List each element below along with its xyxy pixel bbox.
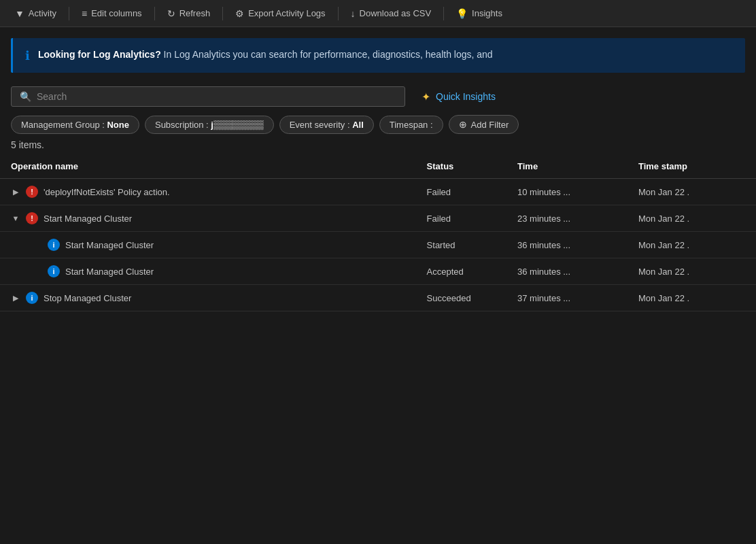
status-cell: Succeeded [416,285,506,311]
severity-badge-error: ! [26,186,38,198]
toolbar-download-csv-label: Download as CSV [360,8,432,18]
col-header-status[interactable]: Status [416,154,506,179]
add-filter-icon: ⊕ [459,119,467,130]
filter-management-group[interactable]: Management Group : None [11,116,139,134]
time-cell: 36 minutes ... [506,232,628,258]
col-header-timestamp[interactable]: Time stamp [628,154,756,179]
search-input[interactable] [37,91,396,102]
toolbar-edit-columns[interactable]: ≡ Edit columns [75,4,149,23]
quick-insights-label: Quick Insights [436,91,496,102]
items-count: 5 items. [11,139,745,150]
activity-table: Operation name Status Time Time stamp ▶!… [0,154,756,311]
toolbar-export[interactable]: ⚙ Export Activity Logs [228,4,332,23]
toolbar-divider-2 [154,7,155,20]
table-row[interactable]: iStart Managed ClusterAccepted36 minutes… [0,258,756,285]
timestamp-cell: Mon Jan 22 . [628,205,756,232]
banner-text: Looking for Log Analytics? In Log Analyt… [38,48,493,62]
status-cell: Failed [416,179,506,205]
refresh-icon: ↻ [167,8,175,19]
filter-subscription-label: Subscription : [155,120,211,130]
filter-event-severity-label: Event severity : [290,120,352,130]
search-row: 🔍 ✦ Quick Insights [11,86,745,107]
toolbar-download-csv[interactable]: ↓ Download as CSV [344,4,439,23]
toolbar-refresh-label: Refresh [179,8,211,18]
timestamp-cell: Mon Jan 22 . [628,232,756,258]
toolbar-divider-5 [443,7,444,20]
info-banner: ℹ Looking for Log Analytics? In Log Anal… [11,38,745,73]
expand-icon[interactable]: ▶ [11,188,20,197]
severity-badge-info: i [48,239,60,251]
table-row[interactable]: ▼!Start Managed ClusterFailed23 minutes … [0,205,756,232]
gear-icon: ⚙ [235,8,244,19]
filter-event-severity[interactable]: Event severity : All [279,116,374,134]
add-filter-label: Add Filter [471,120,509,130]
download-icon: ↓ [351,8,356,19]
status-cell: Started [416,232,506,258]
search-box[interactable]: 🔍 [11,86,405,107]
op-name-cell-4: iStart Managed Cluster [33,265,405,277]
toolbar-activity-label: Activity [29,8,56,18]
toolbar-refresh[interactable]: ↻ Refresh [160,4,218,23]
status-cell: Accepted [416,258,506,285]
table-row[interactable]: ▶!'deployIfNotExists' Policy action.Fail… [0,179,756,205]
filter-subscription-value: j▒▒▒▒▒▒▒▒ [211,120,263,130]
toolbar-edit-columns-label: Edit columns [91,8,141,18]
list-icon: ≡ [82,8,87,19]
table-header-row: Operation name Status Time Time stamp [0,154,756,179]
toolbar-divider-3 [222,7,223,20]
status-cell: Failed [416,205,506,232]
table-row[interactable]: iStart Managed ClusterStarted36 minutes … [0,232,756,258]
operation-name-text: 'deployIfNotExists' Policy action. [44,187,170,197]
table-container: Operation name Status Time Time stamp ▶!… [0,154,756,311]
bulb-icon: 💡 [456,8,468,19]
toolbar-divider-4 [338,7,339,20]
chevron-down-icon: ▼ [15,8,24,19]
operation-name-text: Start Managed Cluster [65,267,154,277]
info-icon: ℹ [25,48,30,63]
search-icon: 🔍 [20,91,31,102]
toolbar: ▼ Activity ≡ Edit columns ↻ Refresh ⚙ Ex… [0,0,756,27]
time-cell: 23 minutes ... [506,205,628,232]
op-name-cell-5: ▶iStop Managed Cluster [11,292,405,304]
toolbar-insights[interactable]: 💡 Insights [449,4,509,23]
filter-event-severity-value: All [352,120,364,130]
filter-management-group-value: None [107,120,129,130]
toolbar-insights-label: Insights [472,8,502,18]
timestamp-cell: Mon Jan 22 . [628,258,756,285]
severity-badge-info: i [26,292,38,304]
time-cell: 37 minutes ... [506,285,628,311]
table-row[interactable]: ▶iStop Managed ClusterSucceeded37 minute… [0,285,756,311]
op-name-cell-1: ▶!'deployIfNotExists' Policy action. [11,186,405,198]
severity-badge-error: ! [26,212,38,224]
filter-management-group-label: Management Group : [21,120,107,130]
op-name-cell-2: ▼!Start Managed Cluster [11,212,405,224]
quick-insights-icon: ✦ [422,90,430,103]
filter-timespan-label: Timespan : [390,120,433,130]
op-name-cell-3: iStart Managed Cluster [33,239,405,251]
timestamp-cell: Mon Jan 22 . [628,179,756,205]
operation-name-text: Start Managed Cluster [65,240,154,250]
col-header-operation-name[interactable]: Operation name [0,154,416,179]
time-cell: 36 minutes ... [506,258,628,285]
banner-bold-text: Looking for Log Analytics? [38,49,161,60]
toolbar-activity[interactable]: ▼ Activity [8,4,63,23]
operation-name-text: Start Managed Cluster [44,214,132,224]
operation-name-text: Stop Managed Cluster [44,293,131,303]
expand-icon[interactable]: ▶ [11,294,20,303]
col-header-time[interactable]: Time [506,154,628,179]
add-filter-button[interactable]: ⊕ Add Filter [449,115,519,134]
severity-badge-info: i [48,265,60,277]
time-cell: 10 minutes ... [506,179,628,205]
quick-insights-button[interactable]: ✦ Quick Insights [422,90,496,103]
timestamp-cell: Mon Jan 22 . [628,285,756,311]
filter-subscription[interactable]: Subscription : j▒▒▒▒▒▒▒▒ [145,116,274,134]
toolbar-divider-1 [69,7,69,20]
toolbar-export-label: Export Activity Logs [248,8,325,18]
collapse-icon[interactable]: ▼ [11,214,20,222]
filter-timespan[interactable]: Timespan : [379,116,443,134]
filters-row: Management Group : None Subscription : j… [11,115,745,134]
